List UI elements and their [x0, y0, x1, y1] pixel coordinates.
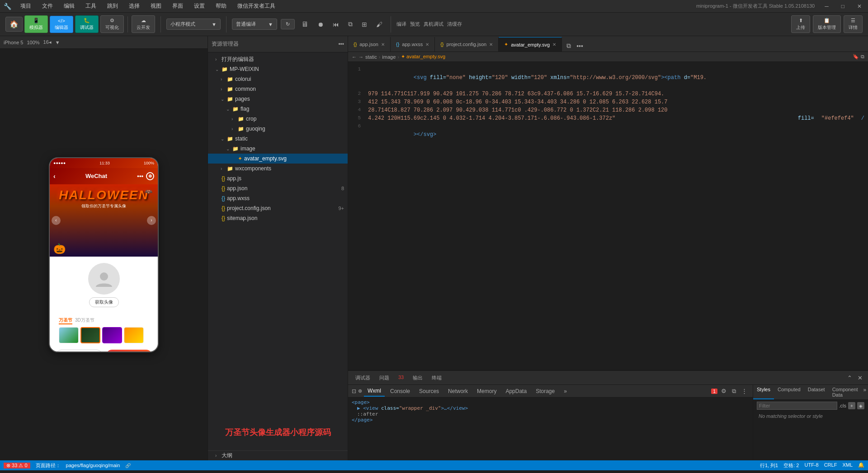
style-thumb-2[interactable] [80, 327, 100, 343]
common-folder[interactable]: › 📁 common [208, 84, 348, 94]
appjs-file[interactable]: {} app.js [208, 173, 348, 183]
dt-tab-problems[interactable]: 问题 [376, 373, 393, 383]
crop-folder[interactable]: › 📁 crop [208, 114, 348, 124]
close-tab-icon[interactable]: ✕ [425, 42, 429, 47]
code-editor[interactable]: 1 <svg fill="none" height="120" width="1… [348, 62, 868, 370]
dt-network-tab[interactable]: Network [444, 386, 472, 396]
menu-interface[interactable]: 界面 [170, 1, 185, 11]
outline-section[interactable]: › 大纲 [208, 450, 348, 460]
editor-more-button[interactable]: ••• [574, 41, 586, 52]
edit-style-button[interactable]: ◈ [857, 402, 864, 409]
status-lang[interactable]: XML [842, 462, 853, 469]
appjson-file[interactable]: {} app.json 8 [208, 183, 348, 193]
dom-page-node[interactable]: <page> [352, 399, 749, 405]
simulator-button[interactable]: 📱 模拟器 [24, 15, 48, 33]
page-link-icon[interactable]: 🔗 [125, 463, 131, 468]
home-circle-icon[interactable]: ⊕ [146, 172, 154, 180]
flag-folder[interactable]: ⌄ 📁 flag [208, 104, 348, 114]
style-tab-3d[interactable]: 3D万圣节 [75, 317, 94, 324]
cloud-button[interactable]: ☁ 云开发 [132, 15, 155, 33]
menu-help[interactable]: 帮助 [214, 1, 228, 11]
tab-avatarsvg[interactable]: ✦ avatar_empty.svg ✕ [499, 37, 562, 52]
dt-memory-tab[interactable]: Memory [473, 386, 500, 396]
dom-view-node[interactable]: ▶ <view class="wrapper _div">…</view> [352, 405, 749, 411]
preview-button[interactable]: 🖥 [298, 19, 311, 30]
image-folder[interactable]: ⌄ 📁 image [208, 144, 348, 154]
menu-goto[interactable]: 跳到 [105, 1, 120, 11]
dt-sources-tab[interactable]: Sources [415, 386, 443, 396]
dt-wxml-tab[interactable]: Wxml [364, 386, 385, 397]
window-maximize[interactable]: □ [839, 3, 847, 9]
close-tab-icon[interactable]: ✕ [489, 42, 493, 47]
close-tab-icon[interactable]: ✕ [552, 42, 556, 47]
root-folder[interactable]: ⌄ 📁 MP-WEIXIN [208, 64, 348, 74]
file-manager-more-icon[interactable]: ••• [338, 41, 344, 47]
close-tab-icon[interactable]: ✕ [381, 42, 385, 47]
tab-projectconfig[interactable]: {} project.config.json ✕ [435, 37, 499, 52]
style-thumb-3[interactable] [102, 327, 122, 343]
grid-button[interactable]: ⊞ [359, 19, 370, 30]
minimize-icon[interactable]: ⌃ [845, 374, 854, 382]
menu-view[interactable]: 视图 [149, 1, 163, 11]
settings-icon[interactable]: ⚙ [719, 387, 728, 395]
dt-console-tab[interactable]: Console [387, 386, 414, 396]
appwxss-file[interactable]: {} app.wxss [208, 193, 348, 203]
mode-dropdown[interactable]: 小程序模式 ▼ [166, 19, 221, 30]
editor-button[interactable]: </> 编辑器 [50, 16, 73, 33]
split-icon[interactable]: ⧉ [861, 54, 864, 60]
back-nav-icon[interactable]: ← [352, 54, 357, 60]
save-to-album-button[interactable]: 保存到相册 [106, 350, 153, 352]
computed-tab[interactable]: Computed [774, 385, 804, 399]
component-data-tab[interactable]: Component Data [829, 385, 862, 399]
menu-settings[interactable]: 设置 [192, 1, 207, 11]
bookmark-icon[interactable]: 🔖 [853, 54, 859, 60]
tab-appwxss[interactable]: {} app.wxss ✕ [391, 37, 435, 52]
dt-appdata-tab[interactable]: AppData [502, 386, 530, 396]
window-minimize[interactable]: ─ [822, 3, 831, 9]
avatar-empty-svg-file[interactable]: ✦ avatar_empty.svg [208, 154, 348, 164]
dt-tab-output[interactable]: 输出 [409, 373, 426, 383]
detail-button[interactable]: ☰ 详情 [844, 15, 863, 33]
filter-input[interactable] [757, 402, 837, 410]
get-avatar-button[interactable]: 获取头像 [89, 297, 119, 307]
styles-tab[interactable]: Styles [753, 385, 774, 399]
dt-tab-debugger[interactable]: 调试器 [352, 373, 374, 383]
compile-button[interactable]: ↻ [281, 19, 295, 29]
sitemap-file[interactable]: {} sitemap.json [208, 213, 348, 223]
paint-button[interactable]: 🖌 [373, 19, 385, 30]
close-devtools-icon[interactable]: ✕ [856, 374, 864, 382]
style-thumb-1[interactable] [59, 327, 79, 343]
guoqing-folder[interactable]: › 📁 guoqing [208, 124, 348, 134]
dt-more-btn[interactable]: » [560, 386, 571, 396]
menu-wechat-devtools[interactable]: 微信开发者工具 [236, 1, 277, 11]
compile-mode-dropdown[interactable]: 普通编译 ▼ [232, 19, 277, 30]
layout-button[interactable]: ⧉ [345, 19, 355, 30]
layout-icon[interactable]: ⧉ [730, 387, 738, 396]
style-tab-halloween[interactable]: 万圣节 [59, 317, 72, 324]
status-linecol[interactable]: 行1, 列1 [760, 462, 778, 469]
wxcomponents-folder[interactable]: › 📁 wxcomponents [208, 164, 348, 173]
status-lineending[interactable]: CRLF [824, 462, 837, 469]
add-style-button[interactable]: + [848, 402, 855, 409]
upload-button[interactable]: ⬆ 上传 [791, 15, 810, 33]
style-thumb-4[interactable] [124, 327, 144, 343]
devtools-select-icon[interactable]: ⊡ [352, 388, 356, 394]
back-button[interactable]: ⏮ [330, 19, 342, 30]
home-button[interactable]: 🏠 [5, 17, 23, 32]
pages-folder[interactable]: ⌄ 📁 pages [208, 94, 348, 104]
opened-editors-section[interactable]: › 打开的编辑器 [208, 54, 348, 64]
menu-select[interactable]: 选择 [127, 1, 142, 11]
tab-appjson[interactable]: {} app.json ✕ [348, 37, 391, 52]
version-button[interactable]: 📋 版本管理 [813, 15, 841, 33]
static-folder[interactable]: ⌄ 📁 static [208, 134, 348, 144]
menu-file[interactable]: 文件 [40, 1, 55, 11]
debugger-button[interactable]: 🐛 调试器 [75, 15, 99, 33]
status-encoding[interactable]: UTF-8 [804, 462, 818, 469]
menu-dots[interactable]: ••• [137, 173, 143, 179]
dt-tab-terminal[interactable]: 终端 [428, 373, 445, 383]
forward-nav-icon[interactable]: → [359, 54, 363, 60]
next-arrow[interactable]: › [147, 216, 156, 225]
status-space[interactable]: 空格: 2 [783, 462, 799, 469]
devtools-pointer-icon[interactable]: ⊕ [358, 388, 362, 394]
menu-edit[interactable]: 编辑 [62, 1, 76, 11]
